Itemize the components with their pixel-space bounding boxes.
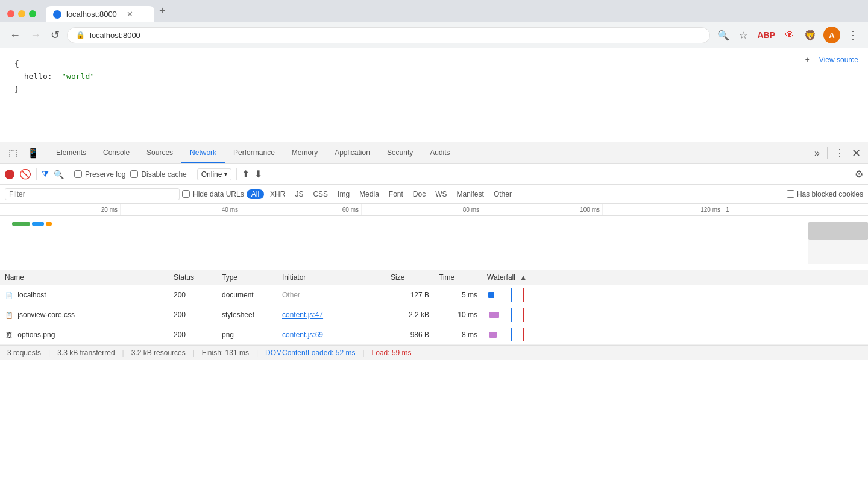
has-blocked-cookies[interactable]: Has blocked cookies [787, 190, 863, 198]
search-button[interactable]: 🔍 [54, 170, 64, 179]
profile-button[interactable]: A [823, 27, 840, 43]
cell-time: 8 ms [434, 325, 482, 345]
col-waterfall[interactable]: Waterfall ▲ [482, 270, 868, 285]
preserve-log-checkbox[interactable] [74, 170, 82, 178]
filter-js-btn[interactable]: JS [291, 189, 307, 199]
clear-button[interactable]: 🚫 [19, 168, 31, 180]
wf-bar-2 [489, 312, 499, 318]
hide-data-urls-label[interactable]: Hide data URLs [182, 190, 244, 198]
lock-icon: 🔒 [76, 31, 85, 39]
filter-manifest-btn[interactable]: Manifest [453, 189, 488, 199]
tab-performance[interactable]: Performance [225, 144, 283, 163]
tick-60ms: 60 ms [241, 204, 362, 215]
timeline-scrollbar[interactable] [808, 222, 868, 240]
adblock-icon[interactable]: ABP [755, 28, 778, 42]
brave-icon[interactable]: 🦁 [802, 27, 819, 43]
record-button[interactable] [5, 170, 14, 179]
chevron-down-icon: ▾ [224, 171, 227, 177]
device-toolbar-btn[interactable]: 📱 [24, 145, 43, 161]
online-label: Online [201, 170, 222, 179]
hide-data-urls-text: Hide data URLs [193, 190, 244, 198]
col-size[interactable]: Size [386, 270, 434, 285]
filter-css-btn[interactable]: CSS [309, 189, 332, 199]
filter-toggle-btn[interactable]: ⧩ [42, 169, 49, 179]
cell-name: 📄 localhost [0, 285, 169, 305]
browser-tab[interactable]: localhost:8000 ✕ [46, 6, 154, 22]
forward-button[interactable]: → [28, 27, 43, 44]
download-button[interactable]: ⬇ [254, 168, 262, 180]
filter-img-btn[interactable]: Img [334, 189, 353, 199]
menu-button[interactable]: ⋮ [845, 26, 861, 44]
filter-font-btn[interactable]: Font [385, 189, 407, 199]
tab-application[interactable]: Application [326, 144, 379, 163]
status-bar: 3 requests | 3.3 kB transferred | 3.2 kB… [0, 345, 868, 360]
mini-bar-blue [32, 222, 44, 226]
zoom-btn[interactable]: 🔍 [715, 27, 732, 43]
col-time[interactable]: Time [434, 270, 482, 285]
filter-input[interactable] [5, 188, 180, 200]
disable-cache-checkbox[interactable] [130, 170, 138, 178]
wf-vline-red-1 [523, 288, 524, 302]
address-input[interactable] [90, 31, 701, 40]
col-status[interactable]: Status [169, 270, 217, 285]
tab-title: localhost:8000 [66, 10, 117, 19]
hide-data-urls-checkbox[interactable] [182, 190, 190, 198]
minimize-window-btn[interactable] [18, 10, 25, 17]
preserve-log-label[interactable]: Preserve log [74, 170, 125, 179]
tab-audits[interactable]: Audits [421, 144, 458, 163]
transferred-size: 3.3 kB transferred [57, 349, 115, 357]
initiator-link[interactable]: content.js:47 [282, 311, 323, 319]
col-type[interactable]: Type [217, 270, 277, 285]
more-tabs-btn[interactable]: » [812, 145, 822, 161]
timeline-chart: 20 ms 40 ms 60 ms 80 ms 100 ms 120 ms 1 [0, 204, 868, 270]
tab-elements[interactable]: Elements [48, 144, 95, 163]
devtools-left-icons: ⬚ 📱 [5, 145, 43, 161]
table-row[interactable]: 📄 localhost 200 document Other 127 B 5 m… [0, 285, 868, 305]
tab-close-btn[interactable]: ✕ [127, 10, 133, 19]
wf-vline-red-2 [523, 308, 524, 322]
filter-other-btn[interactable]: Other [490, 189, 515, 199]
requests-count: 3 requests [7, 349, 41, 357]
table-row[interactable]: 🖼 options.png 200 png content.js:69 986 … [0, 325, 868, 345]
tab-sources[interactable]: Sources [138, 144, 181, 163]
tab-security[interactable]: Security [379, 144, 421, 163]
filter-ws-btn[interactable]: WS [432, 189, 450, 199]
devtools-right-icons: » ⋮ ✕ [812, 144, 863, 162]
toolbar-separator-2 [69, 168, 69, 180]
disable-cache-label[interactable]: Disable cache [130, 170, 186, 179]
throttle-select[interactable]: Online ▾ [197, 168, 232, 180]
table-row[interactable]: 📋 jsonview-core.css 200 stylesheet conte… [0, 305, 868, 325]
tab-memory[interactable]: Memory [283, 144, 326, 163]
view-source-link[interactable]: View source [819, 55, 858, 64]
devtools-close-btn[interactable]: ✕ [849, 144, 863, 162]
has-blocked-checkbox[interactable] [787, 190, 794, 198]
nav-bar: ← → ↺ 🔒 🔍 ☆ ABP 👁 🦁 A ⋮ [0, 22, 868, 48]
tab-console[interactable]: Console [95, 144, 138, 163]
bookmark-btn[interactable]: ☆ [737, 27, 750, 43]
devtools-kebab-btn[interactable]: ⋮ [832, 145, 847, 161]
settings-button[interactable]: ⚙ [855, 168, 863, 180]
cell-waterfall [482, 325, 868, 345]
inspect-element-btn[interactable]: ⬚ [5, 145, 21, 161]
waterfall-mini-bars [12, 222, 52, 226]
address-bar[interactable]: 🔒 [67, 27, 710, 43]
tab-network[interactable]: Network [181, 144, 225, 163]
devtools-panel: ⬚ 📱 Elements Console Sources Network Per… [0, 142, 868, 360]
filter-media-btn[interactable]: Media [356, 189, 383, 199]
close-window-btn[interactable] [7, 10, 14, 17]
initiator-link[interactable]: content.js:69 [282, 331, 323, 339]
css-icon: 📋 [5, 311, 13, 319]
network-toolbar: 🚫 ⧩ 🔍 Preserve log Disable cache Online … [0, 164, 868, 185]
col-initiator[interactable]: Initiator [277, 270, 386, 285]
maximize-window-btn[interactable] [29, 10, 36, 17]
back-button[interactable]: ← [7, 27, 23, 44]
upload-button[interactable]: ⬆ [242, 168, 250, 180]
view-source-prefix: + – [805, 55, 816, 64]
extension-icon[interactable]: 👁 [782, 27, 797, 43]
refresh-button[interactable]: ↺ [48, 26, 62, 44]
filter-doc-btn[interactable]: Doc [409, 189, 429, 199]
filter-xhr-btn[interactable]: XHR [266, 189, 289, 199]
col-name[interactable]: Name [0, 270, 169, 285]
new-tab-button[interactable]: + [154, 5, 171, 22]
filter-all-btn[interactable]: All [247, 189, 264, 199]
